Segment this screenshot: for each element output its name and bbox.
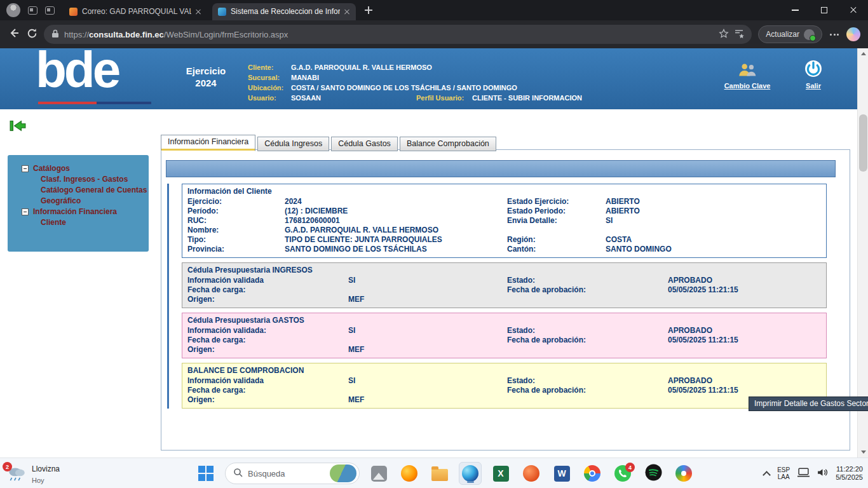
info-row: Origen:MEF: [187, 345, 821, 355]
sidebar-item-catalogo-general-cuentas[interactable]: Catálogo General de Cuentas: [41, 186, 149, 194]
clock[interactable]: 11:22:20 5/5/2025: [836, 465, 863, 482]
collapse-menu-icon[interactable]: [10, 119, 26, 135]
start-button[interactable]: [194, 462, 217, 485]
mail-favicon: [69, 8, 78, 16]
section-title: Información del Cliente: [187, 187, 821, 196]
section-title: Cédula Presupuestaria GASTOS: [187, 316, 821, 325]
page-content: Catálogos Clasf. Ingresos - Gastos Catál…: [0, 109, 857, 458]
clock-time: 11:22:20: [836, 465, 863, 473]
cedula-ingresos-section: Cédula Presupuestaria INGRESOS Informaci…: [182, 262, 827, 308]
tab-informacion-financiera[interactable]: Información Financiera: [161, 135, 255, 151]
taskbar-whatsapp[interactable]: 4: [611, 462, 634, 485]
favorites-icon[interactable]: [734, 29, 744, 41]
address-bar[interactable]: https://consulta.bde.fin.ec/WebSim/Login…: [44, 25, 752, 44]
salir-label: Salir: [796, 82, 831, 90]
back-icon[interactable]: [8, 27, 20, 42]
refresh-icon[interactable]: [27, 28, 37, 41]
collapse-node-icon[interactable]: [22, 165, 29, 172]
content-tabs: Información Financiera Cédula Ingresos C…: [161, 135, 496, 151]
search-placeholder: Búsqueda: [248, 469, 285, 478]
volume-icon[interactable]: [817, 468, 828, 480]
actualizar-button[interactable]: Actualizar: [758, 25, 822, 43]
chevron-up-icon[interactable]: [763, 471, 771, 479]
sections-container: Información del Cliente Ejercicio:2024Es…: [167, 184, 827, 409]
field-value: TIPO DE CLIENTE: JUNTA PARROQUIALES: [285, 235, 507, 245]
tooltip: Imprimir Detalle de Gastos Sector: [749, 396, 868, 411]
close-tab-icon[interactable]: [194, 7, 203, 17]
browser-tab-mail[interactable]: Correo: GAD PARROQUIAL VALLE: [64, 3, 207, 20]
field-label: Nombre:: [187, 226, 285, 235]
collapse-node-icon[interactable]: [22, 208, 29, 215]
tab-cedula-ingresos[interactable]: Cédula Ingresos: [257, 137, 329, 151]
device-icon[interactable]: [797, 468, 810, 480]
actualizar-label: Actualizar: [766, 30, 799, 39]
taskbar-word[interactable]: W: [550, 462, 573, 485]
search-input[interactable]: Búsqueda: [225, 463, 360, 484]
close-tab-icon[interactable]: [342, 7, 352, 17]
browser-menu-icon[interactable]: [829, 34, 840, 36]
lock-icon: [51, 29, 59, 40]
bde-logo: bde: [36, 48, 118, 99]
sidebar-item-cliente[interactable]: Cliente: [41, 218, 149, 227]
taskbar-firefox[interactable]: [398, 462, 421, 485]
taskbar-chrome[interactable]: [581, 462, 604, 485]
taskbar-spotify[interactable]: [642, 462, 665, 485]
scroll-down-icon[interactable]: [858, 447, 868, 458]
field-label: Fecha de carga:: [187, 285, 348, 295]
info-row: Tipo:TIPO DE CLIENTE: JUNTA PARROQUIALES…: [187, 235, 821, 245]
taskbar-edge[interactable]: [459, 462, 482, 485]
info-row: Fecha de carga:Fecha de aprobación:05/05…: [187, 386, 821, 395]
field-label: Ejercicio:: [187, 197, 285, 207]
sidebar-item-clasf-ingresos-gastos[interactable]: Clasf. Ingresos - Gastos: [41, 175, 149, 184]
balance-comprobacion-section: BALANCE DE COMPROBACION Información vali…: [182, 363, 827, 409]
taskbar-google-app[interactable]: [672, 462, 695, 485]
close-window-button[interactable]: [839, 0, 868, 20]
tab-balance-comprobacion[interactable]: Balance Comprobación: [400, 137, 496, 151]
language-line1: ESP: [777, 466, 790, 473]
taskbar-excel[interactable]: X: [489, 462, 512, 485]
taskbar-photos[interactable]: [367, 462, 390, 485]
taskbar-powerpoint[interactable]: [520, 462, 543, 485]
weather-widget[interactable]: 2 Llovizna Hoy: [6, 463, 60, 485]
info-row: Información validada:SIEstado:APROBADO: [187, 326, 821, 336]
field-label: Estado:: [507, 326, 668, 336]
maximize-button[interactable]: [810, 0, 839, 20]
info-row: Origen:MEF: [187, 295, 821, 304]
excel-letter: X: [498, 468, 503, 478]
new-tab-button[interactable]: [361, 3, 376, 18]
field-label: Fecha de aprobación:: [507, 386, 668, 395]
scrollbar-thumb[interactable]: [859, 114, 867, 172]
field-label: Tipo:: [187, 235, 285, 245]
scroll-up-icon[interactable]: [858, 48, 868, 59]
taskbar-file-explorer[interactable]: [428, 462, 451, 485]
clock-date: 5/5/2025: [836, 473, 863, 481]
field-label: RUC:: [187, 216, 285, 226]
workspaces-icon[interactable]: [28, 6, 37, 15]
section-title: BALANCE DE COMPROBACION: [187, 366, 821, 376]
cambio-clave-link[interactable]: Cambio Clave: [715, 62, 779, 90]
tab-title: Correo: GAD PARROQUIAL VALLE: [82, 7, 191, 16]
client-info-header: Cliente:G.A.D. PARROQUIAL R. VALLE HERMO…: [248, 62, 582, 103]
language-indicator[interactable]: ESP LAA: [777, 466, 790, 480]
salir-link[interactable]: Salir: [796, 60, 831, 90]
sidebar-item-geografico[interactable]: Geográfico: [41, 196, 149, 205]
bookmark-star-icon[interactable]: [719, 29, 729, 41]
profile-avatar[interactable]: [6, 3, 20, 17]
field-value: SOSAAN: [291, 93, 416, 103]
field-label: [507, 395, 668, 405]
field-value: G.A.D. PARROQUIAL R. VALLE HERMOSO: [285, 226, 507, 235]
copilot-icon[interactable]: [846, 27, 860, 41]
field-value: APROBADO: [668, 376, 821, 386]
search-daily-image[interactable]: [330, 464, 356, 482]
minimize-button[interactable]: [780, 0, 810, 20]
sidebar-item-informacion-financiera[interactable]: Información Financiera: [22, 207, 149, 216]
field-label: Información validada: [187, 276, 348, 285]
sidebar-item-catalogos[interactable]: Catálogos: [22, 164, 149, 173]
sidebar-item-label: Clasf. Ingresos - Gastos: [41, 175, 128, 184]
ejercicio-label: Ejercicio: [178, 65, 234, 77]
field-label: Envia Detalle:: [507, 216, 606, 226]
tab-cedula-gastos[interactable]: Cédula Gastos: [331, 137, 398, 151]
field-label: Cliente:: [248, 62, 291, 72]
browser-tab-sistema[interactable]: Sistema de Recoleccion de Inform: [212, 3, 356, 20]
tab-actions-icon[interactable]: [45, 6, 55, 15]
